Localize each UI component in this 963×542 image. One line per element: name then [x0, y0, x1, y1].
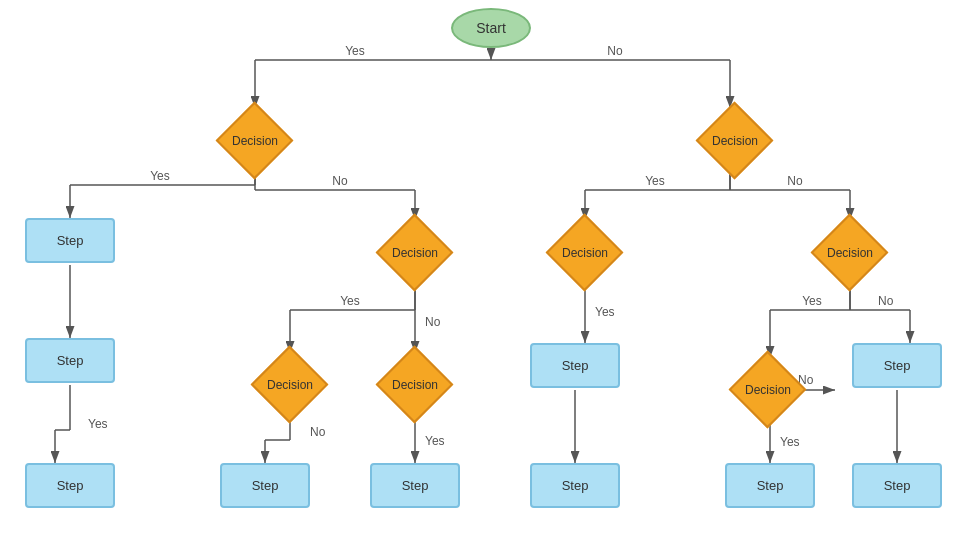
- step2-label: Step: [57, 353, 84, 368]
- step8-node: Step: [530, 463, 620, 508]
- step9-node: Step: [725, 463, 815, 508]
- start-label: Start: [476, 20, 506, 36]
- svg-text:Yes: Yes: [802, 294, 822, 308]
- start-node: Start: [451, 8, 531, 48]
- svg-text:No: No: [607, 44, 623, 58]
- svg-text:Yes: Yes: [150, 169, 170, 183]
- step1-node: Step: [25, 218, 115, 263]
- svg-text:Yes: Yes: [645, 174, 665, 188]
- step10-node: Step: [852, 463, 942, 508]
- step4-label: Step: [884, 358, 911, 373]
- step1-label: Step: [57, 233, 84, 248]
- step10-label: Step: [884, 478, 911, 493]
- svg-text:No: No: [425, 315, 441, 329]
- svg-text:Yes: Yes: [780, 435, 800, 449]
- svg-text:No: No: [332, 174, 348, 188]
- svg-text:Yes: Yes: [425, 434, 445, 448]
- step5-label: Step: [57, 478, 84, 493]
- step2-node: Step: [25, 338, 115, 383]
- step8-label: Step: [562, 478, 589, 493]
- step4-node: Step: [852, 343, 942, 388]
- svg-text:Yes: Yes: [595, 305, 615, 319]
- step6-label: Step: [252, 478, 279, 493]
- step3-node: Step: [530, 343, 620, 388]
- svg-text:Yes: Yes: [345, 44, 365, 58]
- step3-label: Step: [562, 358, 589, 373]
- step9-label: Step: [757, 478, 784, 493]
- svg-text:Yes: Yes: [340, 294, 360, 308]
- step7-label: Step: [402, 478, 429, 493]
- step6-node: Step: [220, 463, 310, 508]
- step5-node: Step: [25, 463, 115, 508]
- svg-text:Yes: Yes: [88, 417, 108, 431]
- svg-text:No: No: [787, 174, 803, 188]
- svg-text:No: No: [798, 373, 814, 387]
- step7-node: Step: [370, 463, 460, 508]
- svg-text:No: No: [310, 425, 326, 439]
- svg-text:No: No: [878, 294, 894, 308]
